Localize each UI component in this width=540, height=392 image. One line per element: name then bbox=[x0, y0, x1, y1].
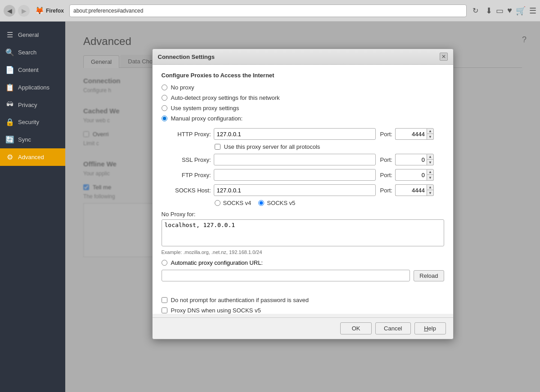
sidebar-item-label: Security bbox=[18, 119, 39, 125]
ssl-port-input[interactable] bbox=[395, 154, 427, 165]
sidebar-item-privacy[interactable]: 🕶 Privacy bbox=[0, 96, 65, 113]
browser-chrome: ◀ ▶ 🦊 Firefox about:preferences#advanced… bbox=[0, 0, 540, 22]
reload-button[interactable]: ↻ bbox=[469, 5, 481, 17]
help-rest: elp bbox=[428, 325, 436, 332]
socks-port-label: Port: bbox=[380, 187, 392, 194]
example-text: Example: .mozilla.org, .net.nz, 192.168.… bbox=[162, 249, 444, 255]
socks5-label: SOCKS v5 bbox=[267, 200, 295, 206]
use-for-all-checkbox[interactable] bbox=[215, 144, 220, 150]
no-auth-checkbox[interactable] bbox=[162, 297, 167, 303]
http-port-spinner: ▲ ▼ bbox=[427, 128, 434, 140]
socks5-radio[interactable] bbox=[258, 200, 264, 206]
socks5-option[interactable]: SOCKS v5 bbox=[258, 200, 295, 206]
no-proxy-radio[interactable] bbox=[162, 85, 167, 90]
socks-version-row: SOCKS v4 SOCKS v5 bbox=[215, 200, 444, 206]
connection-settings-dialog: Connection Settings ✕ Configure Proxies … bbox=[152, 49, 454, 339]
no-proxy-option[interactable]: No proxy bbox=[162, 84, 444, 91]
sidebar-item-general[interactable]: ☰ General bbox=[0, 26, 65, 44]
proxy-dns-label: Proxy DNS when using SOCKS v5 bbox=[171, 307, 261, 314]
no-proxy-textarea[interactable]: localhost, 127.0.0.1 bbox=[162, 219, 444, 246]
ssl-proxy-row: SSL Proxy: Port: ▲ ▼ bbox=[162, 154, 444, 165]
manual-proxy-option[interactable]: Manual proxy configuration: bbox=[162, 115, 444, 122]
main-layout: ☰ General 🔍 Search 📄 Content 📋 Applicati… bbox=[0, 22, 540, 392]
shopping-icon[interactable]: 🛒 bbox=[516, 6, 526, 16]
menu-icon[interactable]: ☰ bbox=[529, 6, 536, 16]
sidebar-item-applications[interactable]: 📋 Applications bbox=[0, 79, 65, 96]
sidebar-item-content[interactable]: 📄 Content bbox=[0, 61, 65, 79]
auto-detect-radio[interactable] bbox=[162, 95, 167, 101]
ftp-port-spinner: ▲ ▼ bbox=[427, 169, 434, 181]
http-port-up[interactable]: ▲ bbox=[427, 128, 434, 134]
sidebar-item-label: Search bbox=[18, 49, 36, 56]
socks-port-up[interactable]: ▲ bbox=[427, 184, 434, 190]
proxy-dns-row: Proxy DNS when using SOCKS v5 bbox=[162, 307, 444, 314]
ftp-port-down[interactable]: ▼ bbox=[427, 175, 434, 181]
address-bar[interactable]: about:preferences#advanced bbox=[69, 4, 467, 17]
ftp-proxy-input[interactable] bbox=[214, 169, 376, 181]
proxy-radio-group: No proxy Auto-detect proxy settings for … bbox=[162, 84, 444, 122]
auto-proxy-row: Automatic proxy configuration URL: bbox=[162, 259, 444, 266]
ftp-proxy-row: FTP Proxy: Port: ▲ ▼ bbox=[162, 169, 444, 181]
sync-icon: 🔄 bbox=[5, 135, 14, 144]
ok-button[interactable]: OK bbox=[340, 322, 372, 334]
url-text: about:preferences#advanced bbox=[73, 8, 143, 14]
reload-proxy-button[interactable]: Reload bbox=[414, 270, 444, 281]
auto-proxy-url-input[interactable] bbox=[162, 270, 410, 281]
security-icon: 🔒 bbox=[5, 118, 14, 126]
manual-proxy-label: Manual proxy configuration: bbox=[171, 115, 243, 122]
sidebar-item-sync[interactable]: 🔄 Sync bbox=[0, 131, 65, 148]
forward-button[interactable]: ▶ bbox=[18, 5, 30, 17]
auto-detect-label: Auto-detect proxy settings for this netw… bbox=[171, 94, 280, 101]
no-auth-label: Do not prompt for authentication if pass… bbox=[171, 297, 309, 303]
ftp-port-label: Port: bbox=[380, 172, 392, 178]
ssl-port-up[interactable]: ▲ bbox=[427, 154, 434, 160]
ssl-port-field: ▲ ▼ bbox=[395, 154, 434, 165]
toolbar-icons: ⬇ ▭ ♥ 🛒 ☰ bbox=[486, 6, 536, 16]
dialog-title: Connection Settings bbox=[158, 53, 215, 60]
general-icon: ☰ bbox=[5, 31, 14, 39]
ssl-proxy-input[interactable] bbox=[214, 154, 376, 165]
ftp-port-field: ▲ ▼ bbox=[395, 169, 434, 181]
dialog-close-button[interactable]: ✕ bbox=[440, 53, 448, 61]
system-proxy-option[interactable]: Use system proxy settings bbox=[162, 105, 444, 111]
advanced-icon: ⚙ bbox=[5, 153, 14, 161]
dialog-header: Connection Settings ✕ bbox=[153, 49, 453, 65]
sidebar-item-label: Content bbox=[18, 67, 39, 73]
ssl-port-down[interactable]: ▼ bbox=[427, 160, 434, 165]
sidebar-item-search[interactable]: 🔍 Search bbox=[0, 44, 65, 61]
proxy-dns-checkbox[interactable] bbox=[162, 307, 167, 313]
ftp-port-up[interactable]: ▲ bbox=[427, 169, 434, 175]
http-proxy-label: HTTP Proxy: bbox=[162, 131, 211, 138]
ssl-proxy-label: SSL Proxy: bbox=[162, 156, 211, 163]
help-underline-h: H bbox=[424, 325, 428, 332]
http-proxy-input[interactable] bbox=[214, 128, 376, 140]
http-port-down[interactable]: ▼ bbox=[427, 134, 434, 140]
cancel-button[interactable]: Cancel bbox=[375, 322, 410, 334]
content-area: Advanced ? General Data Choices Network … bbox=[65, 22, 540, 392]
sidebar-item-label: Privacy bbox=[18, 102, 37, 108]
pocket-icon[interactable]: ♥ bbox=[507, 6, 512, 15]
socks4-radio[interactable] bbox=[215, 200, 220, 206]
http-port-input[interactable] bbox=[395, 128, 427, 140]
auto-proxy-label: Automatic proxy configuration URL: bbox=[171, 259, 263, 266]
help-button[interactable]: Help bbox=[414, 322, 446, 334]
dialog-footer: OK Cancel Help bbox=[153, 317, 453, 339]
manual-proxy-radio[interactable] bbox=[162, 116, 167, 121]
socks-port-input[interactable] bbox=[395, 184, 427, 196]
sidebar-item-security[interactable]: 🔒 Security bbox=[0, 113, 65, 131]
auto-proxy-url-row: Reload bbox=[162, 270, 444, 281]
auto-proxy-radio[interactable] bbox=[162, 260, 167, 266]
ssl-port-label: Port: bbox=[380, 156, 392, 163]
socks4-option[interactable]: SOCKS v4 bbox=[215, 200, 252, 206]
ftp-port-input[interactable] bbox=[395, 169, 427, 181]
download-icon[interactable]: ⬇ bbox=[486, 6, 492, 16]
tabs-icon[interactable]: ▭ bbox=[496, 6, 504, 16]
sidebar-item-advanced[interactable]: ⚙ Advanced bbox=[0, 148, 65, 166]
back-button[interactable]: ◀ bbox=[4, 5, 15, 17]
use-for-all-row: Use this proxy server for all protocols bbox=[215, 143, 444, 150]
socks-port-down[interactable]: ▼ bbox=[427, 190, 434, 196]
system-proxy-radio[interactable] bbox=[162, 105, 167, 111]
socks-host-input[interactable] bbox=[214, 184, 376, 196]
socks-host-row: SOCKS Host: Port: ▲ ▼ bbox=[162, 184, 444, 196]
auto-detect-option[interactable]: Auto-detect proxy settings for this netw… bbox=[162, 94, 444, 101]
